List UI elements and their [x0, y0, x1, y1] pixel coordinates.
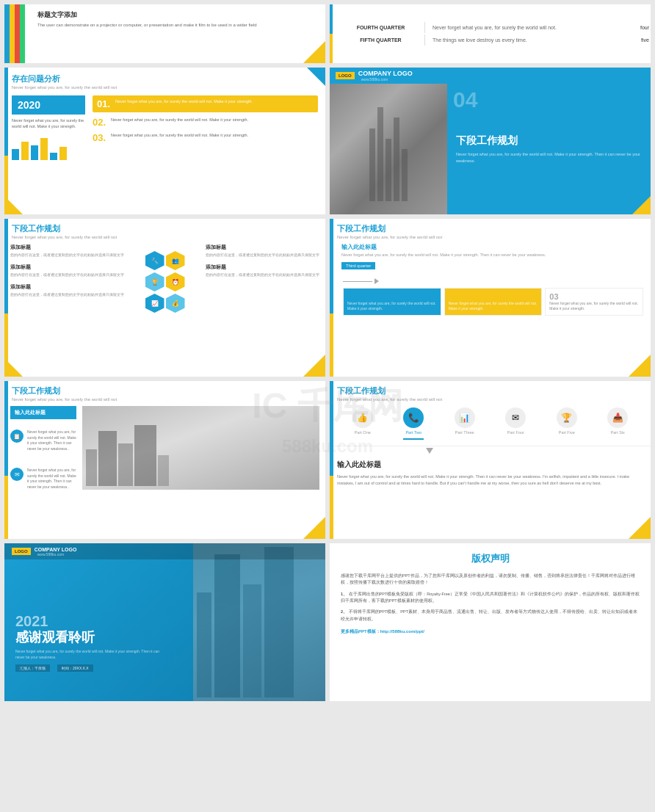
tab-part-one[interactable]: 👍 Part One [352, 407, 373, 440]
slide-top-left: 标题文字添加 The user can demonstrate on a pro… [4, 4, 325, 63]
item-02: 02. Never forget what you are, for surel… [93, 117, 318, 128]
quarter-section: 输入此处标题 Never forget what you are, for su… [336, 239, 651, 275]
hex-text-r2: 添加标题 您的内容打在这里，或者通过复制您的文字在此粘贴并选择只保留文字 [206, 264, 319, 278]
tab-green [20, 4, 25, 63]
work3-title: 下段工作规划 [12, 385, 325, 396]
hex-item-2: 添加标题 您的内容打在这里，或者通过复制您的文字在此粘贴并选择只保留文字 [10, 264, 140, 278]
building-bar-2 [98, 431, 117, 486]
work3-desc2: Never forget what you are, for surely th… [27, 468, 76, 490]
bt-4 [264, 547, 294, 697]
work2-title: 下段工作规划 [337, 223, 651, 234]
author-label: 汇报人：千库猫 [15, 664, 50, 672]
tab-label-four: Part Four [507, 430, 524, 435]
hex-chart-icon: 📈 [145, 294, 164, 313]
slide-company: LOGO COMPANY LOGO www.588ku.com [330, 68, 651, 214]
slide-top-right: FOURTH QUARTER Never forget what you are… [330, 4, 651, 63]
hex-text-r1: 添加标题 您的内容打在这里，或者通过复制您的文字在此粘贴并选择只保留文字 [206, 244, 319, 258]
desc-content-w4: 输入此处标题 Never forget what you are, for su… [330, 454, 651, 493]
building-bars [86, 425, 316, 486]
tab-part-four[interactable]: ✉ Part Four [505, 407, 526, 440]
top-row: 标题文字添加 The user can demonstrate on a pro… [4, 4, 651, 63]
blue-stripe [4, 68, 8, 156]
problem-right: 01. Never forget what you are, for surel… [93, 95, 318, 160]
tab-part-two[interactable]: 📞 Part Two [403, 407, 424, 440]
thanks-building [193, 543, 325, 701]
hex-item-1: 添加标题 您的内容打在这里，或者通过复制您的文字在此粘贴并选择只保留文字 [10, 244, 140, 258]
tab-part-three[interactable]: 📊 Part Three [455, 407, 475, 440]
copyright-text-2: 不得将千库网的PPT模板、PPT素材、本身用于商品售、流通出售、转让、出版、发布… [341, 609, 637, 620]
arrow-row [343, 278, 651, 284]
hex-desc-3: 您的内容打在这里，或者通过复制您的文字在此粘贴并选择只保留文字 [10, 292, 124, 297]
num-02: 02. [93, 117, 107, 128]
work3-left: 输入此处标题 📋 Never forget what you are, for … [10, 406, 76, 490]
quarter-table: FOURTH QUARTER Never forget what you are… [336, 21, 651, 47]
card-num-02: 02 [449, 292, 538, 301]
b5 [402, 149, 408, 201]
tab-label-one: Part One [355, 430, 371, 435]
thanks-logo-bar: LOGO COMPANY LOGO www.588ku.com [4, 543, 325, 559]
bar-2 [21, 142, 29, 160]
hex-row-1: 🔧 👥 [145, 251, 185, 270]
tab-label-five: Part Five [559, 430, 575, 435]
blue-stripe-w3 [4, 381, 8, 476]
hex-people-icon: 👥 [166, 251, 185, 270]
row-5: LOGO COMPANY LOGO www.588ku.com 2021 感谢观… [4, 543, 651, 701]
slide-thanks: LOGO COMPANY LOGO www.588ku.com 2021 感谢观… [4, 543, 325, 701]
fourth-quarter-badge: four [633, 22, 651, 33]
building-visual-w3 [82, 406, 319, 490]
hex-desc-1: 您的内容打在这里，或者通过复制您的文字在此粘贴并选择只保留文字 [10, 253, 124, 258]
card-text-03: Never forget what you are, for surely th… [549, 301, 639, 311]
hex-text-1: 添加标题 您的内容打在这里，或者通过复制您的文字在此粘贴并选择只保留文字 [10, 244, 124, 258]
hex-text-3: 添加标题 您的内容打在这里，或者通过复制您的文字在此粘贴并选择只保留文字 [10, 283, 124, 297]
part-three-icon: 📊 [455, 407, 475, 428]
tab-part-five[interactable]: 🏆 Part Five [557, 407, 577, 440]
building-lines [369, 97, 408, 201]
problem-left-text: Never forget what you are, for surely th… [12, 117, 85, 130]
num-03: 03. [93, 132, 107, 143]
bt-3 [243, 584, 261, 697]
building-bar-1 [86, 449, 97, 486]
hex-left: 添加标题 您的内容打在这里，或者通过复制您的文字在此粘贴并选择只保留文字 添加标… [10, 244, 140, 313]
problem-title: 存在问题分析 [12, 73, 325, 84]
q-desc: Never forget what you are, for surely th… [341, 253, 645, 257]
thanks-year: 2021 [15, 613, 162, 630]
fourth-quarter-text: Never forget what you are, for surely th… [427, 22, 632, 33]
fifth-quarter-name: FIFTH QUARTER [337, 35, 425, 46]
row-2: 存在问题分析 Never forget what you are, for su… [4, 68, 651, 214]
yellow-stripe-w3 [4, 476, 8, 539]
text-03: Never forget what you are, for surely th… [111, 132, 248, 138]
top-left-content: 标题文字添加 The user can demonstrate on a pro… [37, 10, 318, 28]
text-02: Never forget what you are, for surely th… [111, 117, 248, 123]
building-bar-3 [118, 443, 133, 486]
yellow-corner-tr-w1 [303, 355, 325, 377]
fifth-quarter-badge: five [633, 35, 651, 46]
blue-stripe-w4 [330, 381, 333, 476]
quarter-row-fifth: FIFTH QUARTER The things we love destroy… [337, 35, 651, 46]
hex-content: 添加标题 您的内容打在这里，或者通过复制您的文字在此粘贴并选择只保留文字 添加标… [4, 239, 325, 317]
hex-label-r1: 添加标题 [206, 244, 319, 251]
q-subtitle: 输入此处标题 [341, 244, 645, 251]
copyright-item-2: 2、 不得将千库网的PPT模板、PPT素材、本身用于商品售、流通出售、转让、出版… [341, 609, 640, 623]
thanks-logo-box: LOGO [12, 548, 31, 555]
card-text-02: Never forget what you are, for surely th… [449, 301, 538, 311]
part-one-icon: 👍 [352, 407, 373, 428]
tab-underline [403, 438, 424, 440]
bt-1 [197, 592, 211, 698]
b4 [394, 117, 399, 201]
part-five-icon: 🏆 [557, 407, 577, 428]
mail-icon: ✉ [10, 468, 23, 481]
tab-part-six[interactable]: 📥 Part Six [607, 407, 628, 440]
hex-item-r1: 添加标题 您的内容打在这里，或者通过复制您的文字在此粘贴并选择只保留文字 [191, 244, 320, 258]
slide-copyright: 版权声明 感谢您下载千库网平台上提供的PPT作品，为了您和千库网以及原创作者的利… [330, 543, 651, 701]
arrow-row-w4 [426, 448, 651, 454]
company-logo-bar: LOGO COMPANY LOGO www.588ku.com [330, 68, 651, 84]
arrow-line [343, 281, 372, 282]
hex-right: 添加标题 您的内容打在这里，或者通过复制您的文字在此粘贴并选择只保留文字 添加标… [191, 244, 320, 313]
quarter-row-fourth: FOURTH QUARTER Never forget what you are… [337, 22, 651, 33]
arrow-head [374, 278, 379, 284]
tab-label-three: Part Three [455, 430, 474, 435]
hex-row-2: 🏆 ⏰ [145, 272, 185, 291]
card-num-03: 03 [549, 292, 639, 301]
card-02: 02 Never forget what you are, for surely… [444, 288, 543, 316]
thanks-company-info: COMPANY LOGO www.588ku.com [35, 547, 77, 557]
